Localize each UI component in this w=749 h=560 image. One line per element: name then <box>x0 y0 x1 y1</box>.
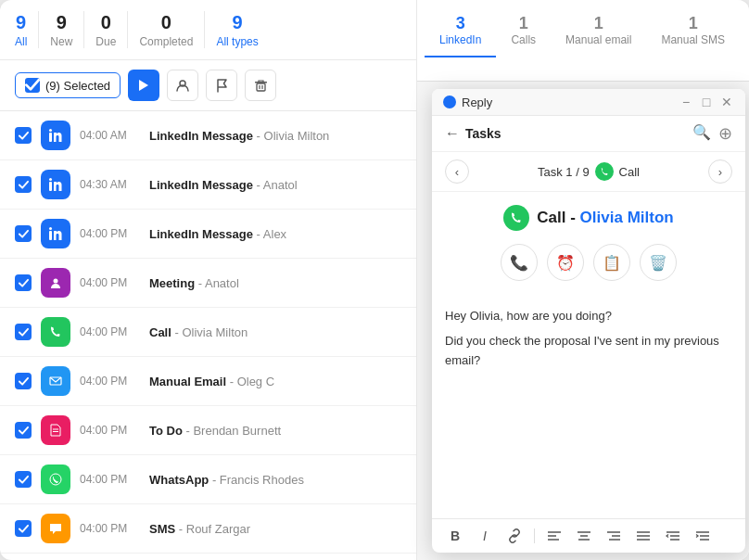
right-panel: 3 LinkedIn 1 Calls 1 Manual email 1 Manu… <box>417 0 749 560</box>
task-type-icon <box>41 219 70 248</box>
minimize-button[interactable]: − <box>679 95 693 109</box>
task-type-icon <box>41 514 70 543</box>
assign-button[interactable] <box>167 70 198 101</box>
svg-rect-2 <box>255 82 267 83</box>
stat-due[interactable]: 0 Due <box>84 11 128 48</box>
task-checkbox[interactable] <box>15 225 32 242</box>
stat-new[interactable]: 9 New <box>39 11 84 48</box>
task-time: 04:00 PM <box>80 375 140 388</box>
titlebar-controls: − □ ✕ <box>679 95 734 109</box>
type-tab-calls[interactable]: 1 Calls <box>496 9 551 57</box>
reply-body: Hey Olivia, how are you doing? Did you c… <box>432 294 745 518</box>
delete-button[interactable] <box>245 70 276 101</box>
indent-button[interactable] <box>692 530 713 541</box>
reply-title: Reply <box>462 95 492 109</box>
tab-label: Manual SMS <box>661 33 725 46</box>
task-type-icon <box>41 366 70 396</box>
reply-window: Reply − □ ✕ ← Tasks 🔍 ⊕ ‹ <box>432 89 745 553</box>
justify-button[interactable] <box>633 530 654 541</box>
bold-button[interactable]: B <box>445 528 465 543</box>
add-icon[interactable]: ⊕ <box>718 123 732 144</box>
stat-all[interactable]: 9 All <box>15 11 39 48</box>
svg-point-16 <box>50 474 61 485</box>
left-panel: 9 All 9 New 0 Due 0 Completed 9 All type… <box>0 0 417 560</box>
stat-completed[interactable]: 0 Completed <box>128 11 205 48</box>
task-row[interactable]: 04:00 PM Manual Email - Oleg C <box>0 357 416 406</box>
svg-point-12 <box>54 279 58 284</box>
task-row[interactable]: 04:00 PM Call - Olivia Milton <box>0 308 416 357</box>
task-name: Call - Olivia Milton <box>149 325 248 339</box>
task-type-icon <box>41 268 70 298</box>
back-arrow-icon[interactable]: ← <box>445 125 460 142</box>
task-checkbox[interactable] <box>15 471 32 488</box>
tab-count: 1 <box>519 15 528 33</box>
align-right-button[interactable] <box>603 530 624 541</box>
task-checkbox[interactable] <box>15 127 32 144</box>
align-center-button[interactable] <box>574 530 594 541</box>
task-row[interactable]: 04:00 AM LinkedIn Message - Olivia Milto… <box>0 111 416 160</box>
tab-label: LinkedIn <box>439 33 481 46</box>
task-row[interactable]: 04:00 PM SMS - Rouf Zargar <box>0 504 416 554</box>
task-checkbox[interactable] <box>15 324 32 340</box>
task-row[interactable]: 04:00 PM LinkedIn Message - Alex <box>0 210 416 259</box>
svg-point-7 <box>49 129 52 132</box>
svg-point-11 <box>49 227 52 230</box>
task-time: 04:00 PM <box>80 276 140 289</box>
next-task-button[interactable]: › <box>708 159 732 184</box>
outdent-button[interactable] <box>663 530 683 541</box>
select-all-checkbox[interactable]: (9) Selected <box>15 72 121 98</box>
task-time: 04:00 PM <box>80 227 140 240</box>
stat-all-types-label: All types <box>216 35 258 48</box>
task-type-icon <box>41 415 70 445</box>
type-tab-manual-email[interactable]: 1 Manual email <box>551 9 646 57</box>
stat-completed-number: 0 <box>161 11 171 33</box>
tasks-nav-label: Tasks <box>465 126 501 141</box>
maximize-button[interactable]: □ <box>699 95 714 109</box>
play-button[interactable] <box>128 70 159 101</box>
tab-count: 1 <box>689 15 698 33</box>
task-counter: Task 1 / 9 <box>538 165 590 179</box>
link-button[interactable] <box>504 528 525 543</box>
task-checkbox[interactable] <box>15 520 32 537</box>
task-name: LinkedIn Message - Olivia Milton <box>149 129 329 143</box>
close-button[interactable]: ✕ <box>719 95 734 109</box>
task-checkbox[interactable] <box>15 274 32 291</box>
phone-action-button[interactable]: 📞 <box>501 244 538 281</box>
type-tab-manual-sms[interactable]: 1 Manual SMS <box>646 9 740 57</box>
toolbar-divider <box>534 528 535 543</box>
task-name: LinkedIn Message - Anatol <box>149 178 298 192</box>
stat-all-types[interactable]: 9 All types <box>205 11 269 48</box>
task-info: Task 1 / 9 Call <box>538 162 640 181</box>
task-navigation: ‹ Task 1 / 9 Call › <box>432 152 745 192</box>
task-checkbox[interactable] <box>15 373 32 389</box>
flag-button[interactable] <box>206 70 237 101</box>
search-icon[interactable]: 🔍 <box>692 123 711 144</box>
task-row[interactable]: 04:00 PM WhatsApp - Francis Rhodes <box>0 455 416 504</box>
prev-task-button[interactable]: ‹ <box>445 159 469 184</box>
task-time: 04:00 PM <box>80 325 140 338</box>
type-tab-linkedin[interactable]: 3 LinkedIn <box>425 9 496 57</box>
svg-rect-6 <box>49 133 52 142</box>
task-time: 04:00 PM <box>80 473 140 486</box>
task-type-icon <box>41 170 70 199</box>
check-icon <box>25 78 40 93</box>
delete-action-button[interactable]: 🗑️ <box>640 244 677 281</box>
align-left-button[interactable] <box>544 530 565 541</box>
reminder-action-button[interactable]: ⏰ <box>547 244 584 281</box>
stats-bar: 9 All 9 New 0 Due 0 Completed 9 All type… <box>0 0 416 60</box>
italic-button[interactable]: I <box>475 528 495 543</box>
tasks-nav-header: ← Tasks 🔍 ⊕ <box>432 116 745 152</box>
task-checkbox[interactable] <box>15 422 32 439</box>
stat-all-number: 9 <box>16 11 26 33</box>
task-row[interactable]: 04:00 PM To Do - Brendan Burnett <box>0 406 416 455</box>
task-name: To Do - Brendan Burnett <box>149 424 281 438</box>
selected-label: (9) Selected <box>45 79 110 93</box>
reply-titlebar: Reply − □ ✕ <box>432 89 745 116</box>
svg-point-9 <box>49 178 52 181</box>
stat-new-number: 9 <box>57 11 67 33</box>
task-row[interactable]: 04:00 PM Meeting - Anatol <box>0 259 416 308</box>
copy-action-button[interactable]: 📋 <box>593 244 630 281</box>
task-name: Meeting - Anatol <box>149 276 239 290</box>
task-row[interactable]: 04:30 AM LinkedIn Message - Anatol <box>0 160 416 210</box>
task-checkbox[interactable] <box>15 176 32 193</box>
